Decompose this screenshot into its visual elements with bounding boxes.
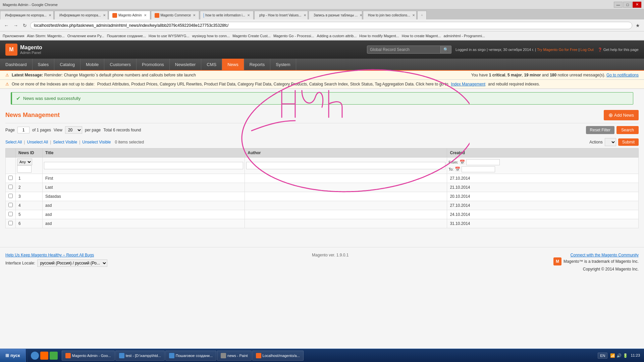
title-filter-input[interactable] (44, 162, 243, 169)
taskbar-item-2[interactable]: test - [D:\xampp\htd... (115, 351, 165, 361)
reset-filter-button[interactable]: Reset Filter (586, 126, 614, 134)
unselect-all-link[interactable]: Unselect All (27, 140, 48, 144)
page-number-input[interactable] (17, 127, 30, 133)
id-filter-select[interactable]: Any (17, 159, 32, 165)
bookmark-wysiwyg2[interactable]: wysiwyg how to conn... (192, 34, 230, 38)
go-to-notifications-link[interactable]: Go to notifications (606, 73, 639, 77)
header-help[interactable]: ❓ Get help for this page (598, 48, 639, 52)
bookmark-poshagovoe[interactable]: Пошаговое создание... (107, 34, 146, 38)
row-checkbox-5[interactable] (8, 221, 13, 225)
id-filter-input[interactable] (17, 165, 32, 173)
tab-magento-commerce[interactable]: Magento Commerce ✕ (151, 11, 200, 19)
nav-mobile[interactable]: Mobile (80, 59, 104, 70)
per-page-select[interactable]: 20 50 100 (65, 126, 82, 134)
search-button[interactable]: Search (616, 126, 639, 134)
row-checkbox-0[interactable] (8, 176, 13, 180)
bookmark-adminhtml[interactable]: adminhtml - Programmi... (444, 34, 485, 38)
bookmark-attrib[interactable]: Adding a custom attrib... (317, 34, 357, 38)
taskbar-item-4[interactable]: news - Paint (217, 351, 252, 361)
index-management-link[interactable]: Index Management (451, 82, 485, 86)
author-filter-input[interactable] (246, 162, 445, 169)
lang-button[interactable]: EN (598, 353, 607, 359)
nav-reports[interactable]: Reports (244, 59, 271, 70)
bookmark-magento-create[interactable]: Magento Create Cust... (232, 34, 271, 38)
tab-close-6[interactable]: ✕ (304, 13, 306, 17)
tab-close-5[interactable]: ✕ (247, 13, 250, 17)
tab-php[interactable]: php - How to Insert Values... ✕ (254, 11, 308, 19)
calendar-to-icon[interactable]: 📅 (455, 167, 460, 172)
start-button[interactable]: ⊞ пуск (0, 349, 26, 362)
global-search-input[interactable] (367, 46, 441, 54)
created-to-input[interactable] (462, 166, 495, 172)
tab-close-7[interactable]: ✕ (360, 13, 362, 17)
reload-button[interactable]: ↻ (21, 22, 28, 29)
bookmark-ognalenie[interactable]: Огналение книги Ру... (67, 34, 104, 38)
select-all-link[interactable]: Select All (5, 140, 22, 144)
tab-close-8[interactable]: ✕ (412, 13, 415, 17)
col-news-id[interactable]: News ID (16, 148, 43, 158)
close-btn[interactable]: ✕ (633, 2, 641, 8)
forward-button[interactable]: → (12, 22, 19, 29)
select-visible-link[interactable]: Select Visible (53, 140, 77, 144)
row-checkbox-3[interactable] (8, 203, 13, 207)
nav-customers[interactable]: Customers (104, 59, 137, 70)
taskbar-item-1[interactable]: Magento Admin - Goo... (62, 351, 115, 361)
tab-close-3[interactable]: ✕ (144, 13, 147, 17)
col-created[interactable]: Created (447, 148, 639, 158)
add-news-button[interactable]: ⊕ Add News (604, 110, 639, 120)
tab-magento-admin[interactable]: Magento Admin ✕ (109, 11, 150, 19)
nav-system[interactable]: System (270, 59, 296, 70)
nav-sales[interactable]: Sales (33, 59, 55, 70)
actions-select[interactable] (605, 138, 616, 146)
bookmark-wysiwyg[interactable]: How to use WYSIWYG... (149, 34, 190, 38)
table-row: 3 Sdasdas 20.10.2014 (6, 192, 639, 201)
url-input[interactable] (30, 22, 632, 29)
nav-dashboard[interactable]: Dashboard (0, 59, 33, 70)
browser-icon[interactable] (31, 352, 39, 360)
tab-close-4[interactable]: ✕ (193, 13, 196, 17)
tab-howto-1[interactable]: how to write information i... ✕ (200, 11, 254, 19)
nav-newsletter[interactable]: Newsletter (170, 59, 201, 70)
col-author[interactable]: Author (245, 148, 447, 158)
bookmark-apps[interactable]: Приложения (3, 34, 24, 38)
row-checkbox-2[interactable] (8, 194, 13, 198)
submit-button[interactable]: Submit (618, 138, 639, 146)
try-magento-link[interactable]: Try Magento Go for Free (537, 48, 578, 52)
connect-link[interactable]: Connect with the Magento Community (571, 253, 639, 257)
bug-report-link[interactable]: Help Us Keep Magento Healthy – Report Al… (5, 253, 94, 257)
unselect-visible-link[interactable]: Unselect Visible (82, 140, 111, 144)
star-button[interactable]: ★ (634, 22, 641, 29)
bookmark-alan[interactable]: Alan Storm: Magento... (27, 34, 65, 38)
log-out-link[interactable]: Log Out (581, 48, 594, 52)
taskbar-item-5[interactable]: Localhost/magento/a... (252, 351, 304, 361)
maximize-btn[interactable]: □ (623, 2, 632, 8)
logo-text: Magento (20, 45, 42, 51)
nav-cms[interactable]: CMS (201, 59, 222, 70)
bookmark-create2[interactable]: How to create Magent... (402, 34, 441, 38)
nav-news[interactable]: News (222, 59, 244, 70)
tab-join[interactable]: How to join two collections... ✕ (363, 11, 417, 19)
calendar-from-icon[interactable]: 📅 (460, 160, 465, 165)
row-checkbox-4[interactable] (8, 212, 13, 216)
tab-close-2[interactable]: ✕ (103, 13, 106, 17)
back-button[interactable]: ← (3, 22, 10, 29)
taskbar-item-3[interactable]: Пошаговое создани... (165, 351, 216, 361)
locale-select[interactable]: русский (Россия) / русский (Ро... (37, 259, 107, 267)
nav-promotions[interactable]: Promotions (137, 59, 170, 70)
row-id-3: 4 (16, 201, 43, 210)
bookmark-magento-go[interactable]: Magento Go - Processi... (273, 34, 314, 38)
file-manager-icon[interactable] (50, 352, 58, 360)
tab-gmail-2[interactable]: Информация по корпора... ✕ (54, 11, 108, 19)
global-search-btn[interactable]: 🔍 (441, 46, 451, 54)
tab-zapis[interactable]: Запись в разные таблицы ... ✕ (309, 11, 362, 19)
created-from-input[interactable] (466, 159, 500, 165)
col-title[interactable]: Title (43, 148, 245, 158)
tab-gmail-1[interactable]: Информация по корпора... ✕ (0, 11, 54, 19)
tab-empty[interactable]: + (417, 11, 427, 19)
nav-catalog[interactable]: Catalog (54, 59, 80, 70)
bookmark-modify[interactable]: How to modify Magent... (359, 34, 399, 38)
tab-close-1[interactable]: ✕ (49, 13, 51, 17)
row-checkbox-1[interactable] (8, 185, 13, 189)
firefox-icon[interactable] (40, 352, 48, 360)
minimize-btn[interactable]: — (614, 2, 623, 8)
